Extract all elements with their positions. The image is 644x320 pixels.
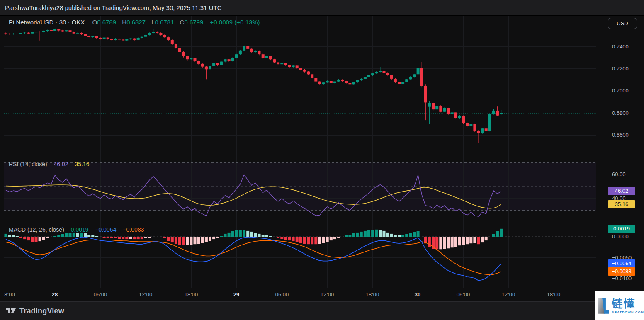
time-label: 06:00 bbox=[94, 291, 107, 298]
time-scale[interactable]: 8:002806:0012:0018:002906:0012:0018:0030… bbox=[0, 288, 644, 301]
time-label: 12:00 bbox=[502, 291, 515, 298]
time-label: 06:00 bbox=[457, 291, 470, 298]
macd-hist-value: 0.0019 bbox=[71, 226, 89, 233]
price-axis-label: 0.7000 bbox=[612, 87, 629, 94]
tradingview-brand-text[interactable]: TradingView bbox=[19, 307, 64, 315]
macd-value-badge: −0.0064 bbox=[608, 259, 635, 268]
rsi-value-badge: 35.16 bbox=[608, 200, 635, 208]
macd-title[interactable]: MACD (12, 26, close) bbox=[9, 226, 64, 233]
macd-axis-label: −0.0100 bbox=[612, 275, 632, 282]
macd-signal-value: −0.0083 bbox=[123, 226, 144, 233]
high-label: H bbox=[122, 19, 126, 26]
low-value: 0.6781 bbox=[155, 19, 174, 26]
time-label: 18:00 bbox=[185, 291, 198, 298]
currency-toggle-button[interactable]: USD bbox=[608, 18, 637, 29]
symbol-title[interactable]: Pi Network/USD · 30 · OKX bbox=[9, 19, 85, 26]
time-label: 29 bbox=[233, 291, 239, 298]
close-label: C bbox=[180, 19, 185, 26]
rsi-title[interactable]: RSI (14, close) bbox=[9, 161, 47, 167]
tradingview-published-chart: ParshwaTurakhiya28 published on TradingV… bbox=[0, 0, 644, 320]
chart-canvas[interactable] bbox=[0, 0, 644, 320]
time-label: 12:00 bbox=[139, 291, 153, 298]
watermark-site: NEATDOWN.COM bbox=[612, 310, 644, 314]
price-axis-label: 0.6600 bbox=[612, 132, 629, 138]
neatdown-watermark: 链懂 NEATDOWN.COM bbox=[595, 291, 644, 320]
price-axis-label: 0.7200 bbox=[612, 65, 629, 72]
neatdown-logo-icon bbox=[598, 296, 609, 316]
rsi-value-badge: 46.02 bbox=[608, 187, 635, 195]
rsi-axis-label: 60.00 bbox=[612, 171, 626, 178]
price-axis-label: 0.7400 bbox=[612, 44, 629, 50]
open-value: 0.6789 bbox=[97, 19, 116, 26]
macd-legend: MACD (12, 26, close) 0.0019 −0.0064 −0.0… bbox=[9, 226, 144, 233]
candles-layer bbox=[5, 28, 503, 143]
price-axis-label: 0.6800 bbox=[612, 110, 629, 116]
macd-line-value: −0.0064 bbox=[95, 226, 116, 233]
pane-separator-rsi[interactable] bbox=[0, 159, 644, 159]
symbol-legend: Pi Network/USD · 30 · OKX O0.6789 H0.682… bbox=[9, 19, 260, 26]
tradingview-logo-icon[interactable] bbox=[6, 307, 16, 315]
low-label: L bbox=[151, 19, 155, 26]
watermark-name: 链懂 bbox=[612, 298, 636, 309]
time-label: 18:00 bbox=[547, 291, 561, 298]
pane-separator-macd[interactable] bbox=[0, 219, 644, 219]
time-label: 12:00 bbox=[321, 291, 334, 298]
macd-value-badge: 0.0019 bbox=[608, 225, 635, 233]
rsi-legend: RSI (14, close) 46.02 35.16 bbox=[9, 161, 89, 167]
open-label: O bbox=[92, 19, 97, 26]
time-label: 06:00 bbox=[275, 291, 289, 298]
macd-line bbox=[6, 237, 501, 281]
macd-value-badge: −0.0083 bbox=[608, 267, 635, 276]
time-label: 30 bbox=[415, 291, 420, 298]
time-label: 18:00 bbox=[366, 291, 379, 298]
macd-axis-label: 0.0000 bbox=[612, 233, 629, 240]
time-label: 8:00 bbox=[4, 291, 15, 298]
high-value: 0.6827 bbox=[126, 19, 146, 26]
grid-vertical bbox=[10, 16, 554, 288]
rsi-value: 46.02 bbox=[53, 161, 68, 167]
footer-bar: TradingView bbox=[0, 301, 644, 320]
time-label: 28 bbox=[52, 291, 58, 298]
rsi-ma-value: 35.16 bbox=[75, 161, 89, 167]
change-value: +0.0009 (+0.13%) bbox=[210, 19, 260, 26]
close-value: 0.6799 bbox=[184, 19, 203, 26]
